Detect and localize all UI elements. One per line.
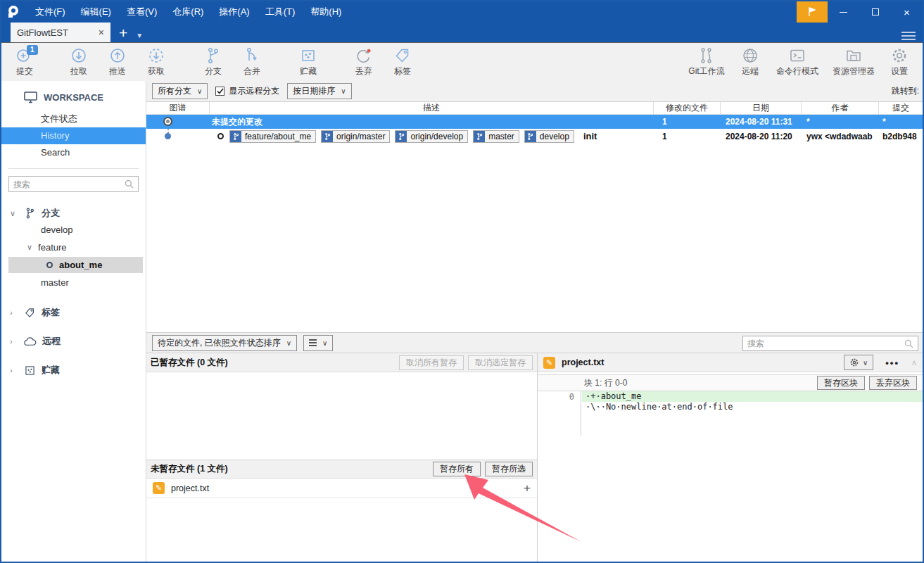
settings-button[interactable]: 设置 <box>882 44 917 80</box>
minimize-button[interactable] <box>828 1 859 23</box>
column-author[interactable]: 作者 <box>801 102 878 114</box>
stash-label: 贮藏 <box>300 65 317 77</box>
maximize-button[interactable] <box>859 1 891 23</box>
sidebar-branch-master[interactable]: master <box>1 274 146 291</box>
push-button[interactable]: 推送 <box>99 44 137 80</box>
terminal-button[interactable]: 命令行模式 <box>769 44 825 80</box>
sidebar-item-history[interactable]: History <box>1 127 146 144</box>
merge-label: 合并 <box>243 65 260 77</box>
branch-button[interactable]: 分支 <box>194 44 232 80</box>
settings-label: 设置 <box>891 65 908 77</box>
chevron-down-icon: ∨ <box>27 239 32 256</box>
sidebar-search-input[interactable] <box>13 179 125 189</box>
modified-file-icon: ✎ <box>543 357 555 369</box>
unstaged-files-title: 未暂存文件 (1 文件) <box>151 463 228 475</box>
sidebar-branch-feature[interactable]: ∨ feature <box>1 239 146 256</box>
search-icon <box>904 339 913 348</box>
branch-tag: feature/about_me <box>229 130 316 143</box>
unstaged-files-list <box>146 498 537 562</box>
tag-label: origin/develop <box>410 132 463 141</box>
column-files[interactable]: 修改的文件 <box>653 102 720 114</box>
menu-file[interactable]: 文件(F) <box>27 1 73 23</box>
unstage-all-button[interactable]: 取消所有暂存 <box>399 355 464 370</box>
cloud-icon <box>24 336 37 347</box>
branch-tag-icon <box>230 131 241 142</box>
stash-button[interactable]: 贮藏 <box>289 44 327 80</box>
sidebar-section-stashes[interactable]: › 贮藏 <box>1 362 146 378</box>
sort-order-dropdown[interactable]: 按日期排序 ∨ <box>287 83 351 99</box>
commit-badge: 1 <box>27 45 38 55</box>
discard-button[interactable]: 丢弃 <box>345 44 383 80</box>
tab-close-icon[interactable]: × <box>99 27 104 38</box>
show-remote-checkbox-group[interactable]: 显示远程分支 <box>215 85 279 97</box>
file-search-box[interactable] <box>742 336 918 351</box>
view-mode-dropdown[interactable]: ∨ <box>303 335 333 351</box>
checkbox-checked-icon[interactable] <box>215 87 224 96</box>
unstaged-file-row[interactable]: ✎ project.txt + <box>146 479 537 498</box>
workspace-label: WORKSPACE <box>44 92 103 103</box>
pull-button[interactable]: 拉取 <box>60 44 98 80</box>
close-button[interactable]: × <box>891 1 923 23</box>
row-files-count: 1 <box>653 129 720 144</box>
sidebar-branch-develop[interactable]: develop <box>1 221 146 239</box>
sidebar-item-search[interactable]: Search <box>1 144 146 161</box>
minimize-icon <box>840 12 847 13</box>
commit-message: init <box>583 131 597 141</box>
diff-options-dropdown[interactable]: ∨ <box>844 355 873 370</box>
unstage-selected-button[interactable]: 取消选定暂存 <box>468 355 533 370</box>
file-search-input[interactable] <box>747 339 904 348</box>
diff-panel: ✎ project.txt ∨ ••• ∧ 块 1: 行 0-0 暂存区块 <box>538 353 923 562</box>
branch-tag: develop <box>524 130 574 143</box>
menu-edit[interactable]: 编辑(E) <box>73 1 119 23</box>
sidebar-section-remotes[interactable]: › 远程 <box>1 334 146 349</box>
tab-list-chevron-icon[interactable]: ▼ <box>136 32 147 42</box>
remote-button[interactable]: 远端 <box>731 44 769 80</box>
commit-button[interactable]: 1 提交 <box>6 44 44 80</box>
sidebar-item-file-status[interactable]: 文件状态 <box>1 110 146 127</box>
explorer-button[interactable]: 资源管理器 <box>825 44 882 80</box>
stage-selected-button[interactable]: 暂存所选 <box>485 462 533 476</box>
branch-label: 分支 <box>205 65 222 77</box>
scroll-up-icon[interactable]: ∧ <box>911 358 917 367</box>
diff-more-button[interactable]: ••• <box>880 358 905 368</box>
menu-actions[interactable]: 操作(A) <box>211 1 257 23</box>
tag-button[interactable]: 标签 <box>384 44 422 80</box>
column-description[interactable]: 描述 <box>209 102 653 114</box>
repo-tab-label: GitFlowtEST <box>17 27 68 38</box>
gear-icon <box>849 358 859 367</box>
merge-button[interactable]: 合并 <box>233 44 271 80</box>
history-row-uncommitted[interactable]: 未提交的更改 1 2024-08-20 11:31 * * <box>146 115 923 129</box>
stage-all-button[interactable]: 暂存所有 <box>433 462 481 476</box>
discard-hunk-button[interactable]: 丢弃区块 <box>869 376 917 390</box>
menu-repository[interactable]: 仓库(R) <box>165 1 211 23</box>
sidebar-search-box[interactable] <box>8 176 139 192</box>
menu-tools[interactable]: 工具(T) <box>258 1 303 23</box>
hamburger-menu-icon[interactable] <box>901 32 916 40</box>
column-commit[interactable]: 提交 <box>878 102 923 114</box>
chevron-down-icon: ∨ <box>286 339 291 347</box>
diff-added-line[interactable]: ·+·about_me <box>582 391 923 402</box>
staged-files-bar: 已暂存文件 (0 文件) 取消所有暂存 取消选定暂存 <box>146 353 537 372</box>
commit-node-icon <box>165 133 171 139</box>
column-date[interactable]: 日期 <box>720 102 801 114</box>
row-commit: b2db948 <box>878 129 923 144</box>
column-graph[interactable]: 图谱 <box>146 102 209 114</box>
branch-filter-dropdown[interactable]: 所有分支 ∨ <box>152 83 208 99</box>
notification-flag-button[interactable] <box>797 1 828 23</box>
stage-file-plus-icon[interactable]: + <box>524 481 531 495</box>
repo-tab[interactable]: GitFlowtEST × <box>11 23 110 42</box>
history-row-init[interactable]: feature/about_me origin/master origin/de… <box>146 129 923 144</box>
sidebar-section-branches[interactable]: ∨ 分支 <box>1 205 146 221</box>
staged-files-title: 已暂存文件 (0 文件) <box>151 357 228 369</box>
sidebar-branch-about-me[interactable]: about_me <box>8 257 143 273</box>
chevron-down-icon: ∨ <box>341 87 346 95</box>
sidebar-section-tags[interactable]: › 标签 <box>1 305 146 320</box>
pending-sort-dropdown[interactable]: 待定的文件, 已依照文件状态排序 ∨ <box>152 335 297 351</box>
new-tab-button[interactable]: + <box>110 24 136 42</box>
fetch-button[interactable]: 获取 <box>137 44 175 80</box>
menu-help[interactable]: 帮助(H) <box>303 1 349 23</box>
branch-tag-icon <box>474 131 485 142</box>
gitflow-button[interactable]: Git工作流 <box>682 44 731 80</box>
menu-view[interactable]: 查看(V) <box>119 1 165 23</box>
stage-hunk-button[interactable]: 暂存区块 <box>817 376 865 390</box>
